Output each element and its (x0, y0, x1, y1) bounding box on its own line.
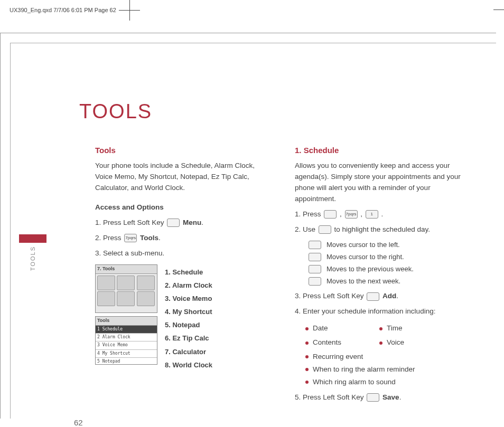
left-column: Tools Your phone tools include a Schedul… (95, 144, 269, 407)
bullet-icon (379, 327, 382, 330)
page-content: TOOLS Tools Your phone tools include a S… (69, 100, 470, 407)
key-1-icon: 1 (366, 210, 378, 219)
key-7-icon: 7pqrs (124, 234, 137, 242)
nav-right: Moves cursor to the right. (307, 252, 469, 262)
submenu-item: 1. Schedule (165, 267, 212, 278)
phone-screenshots: 7. Tools (95, 264, 157, 373)
bullet-time: Time (379, 323, 453, 334)
access-step-1: 1. Press Left Soft Key Menu. (95, 217, 269, 229)
crop-header-text: UX390_Eng.qxd 7/7/06 6:01 PM Page 62 (10, 7, 116, 13)
outer-frame: TOOLS TOOLS Tools Your phone tools inclu… (0, 33, 496, 419)
bullet-icon (305, 381, 309, 384)
bullet-which-ring: Which ring alarm to sound (305, 377, 469, 388)
submenu-list: 1. Schedule 2. Alarm Clock 3. Voice Memo… (165, 264, 212, 373)
tool-icon (137, 276, 155, 290)
submenu-item: 4. My Shortcut (165, 307, 212, 317)
tool-icon (137, 291, 155, 306)
nav-down: Moves to the next week. (307, 276, 469, 287)
nav-left-icon (309, 241, 321, 249)
schedule-step-1: 1. Press , 7pqrs , 1 . (295, 209, 469, 220)
crop-tick-icon (493, 10, 504, 10)
submenu-item: 7. Calculator (165, 347, 212, 357)
submenu-item: 8. World Clock (165, 360, 212, 371)
bullet-date: Date (305, 323, 379, 334)
bullet-icon (305, 341, 309, 345)
soft-key-icon (367, 292, 379, 301)
right-column: 1. Schedule Allows you to conveniently k… (295, 144, 469, 407)
registration-mark-icon (122, 2, 137, 18)
nav-up-icon (309, 265, 321, 273)
nav-up: Moves to the previous week. (307, 264, 469, 274)
soft-key-icon (167, 219, 180, 227)
soft-key-icon (367, 393, 379, 402)
page-number: 62 (74, 418, 83, 427)
schedule-step-4: 4. Enter your schedule information inclu… (295, 306, 469, 317)
submenu-item: 6. Ez Tip Calc (165, 333, 212, 344)
schedule-step-2: 2. Use to highlight the scheduled day. (295, 224, 469, 235)
section-heading-tools: Tools (95, 144, 269, 156)
tool-icon (97, 291, 115, 306)
tool-icon (117, 291, 135, 306)
crop-header: UX390_Eng.qxd 7/7/06 6:01 PM Page 62 (10, 2, 137, 18)
inner-frame: TOOLS TOOLS Tools Your phone tools inclu… (10, 43, 496, 419)
nav-right-icon (309, 253, 321, 261)
access-step-3: 3. Select a sub-menu. (95, 248, 269, 259)
access-options-heading: Access and Options (95, 202, 269, 213)
nav-down-icon (309, 277, 321, 286)
bullet-icon (305, 327, 309, 330)
screenshot-tools-grid: 7. Tools (95, 264, 157, 313)
key-7-icon: 7pqrs (345, 210, 358, 219)
schedule-intro: Allows you to conveniently keep and acce… (295, 160, 469, 205)
schedule-step-3: 3. Press Left Soft Key Add. (295, 291, 469, 302)
bullet-recurring: Recurring event (305, 352, 469, 363)
screenshot-tools-list: Tools 1 Schedule 2 Alarm Clock 3 Voice M… (95, 316, 157, 365)
bullet-voice: Voice (379, 337, 453, 348)
side-tab-label: TOOLS (30, 246, 36, 271)
side-tab-bar (19, 234, 46, 243)
tools-intro: Your phone tools include a Schedule, Ala… (95, 160, 269, 194)
nav-key-icon (319, 225, 331, 234)
chapter-title: TOOLS (79, 100, 470, 123)
bullet-when-ring: When to ring the alarm reminder (305, 364, 469, 375)
tool-icon (97, 276, 115, 290)
bullet-icon (305, 368, 309, 371)
submenu-item: 2. Alarm Clock (165, 280, 212, 291)
tool-icon (117, 276, 135, 290)
access-step-2: 2. Press 7pqrs Tools. (95, 233, 269, 244)
section-heading-schedule: 1. Schedule (295, 144, 469, 156)
nav-left: Moves cursor to the left. (307, 240, 469, 250)
side-tab: TOOLS (19, 234, 46, 271)
schedule-step-5: 5. Press Left Soft Key Save. (295, 392, 469, 403)
bullet-contents: Contents (305, 337, 379, 348)
bullet-icon (379, 341, 382, 345)
submenu-item: 3. Voice Memo (165, 293, 212, 304)
submenu-item: 5. Notepad (165, 320, 212, 330)
bullet-icon (305, 355, 309, 358)
soft-key-icon (324, 210, 337, 219)
